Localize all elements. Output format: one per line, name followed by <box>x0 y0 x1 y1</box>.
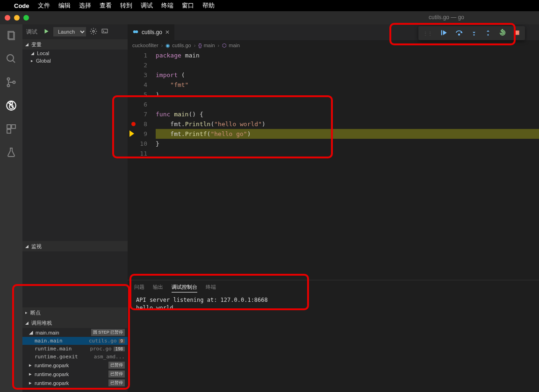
debug-console-output[interactable]: API server listening at: 127.0.0.1:8668 … <box>128 294 539 392</box>
menu-help[interactable]: 帮助 <box>202 1 215 10</box>
menu-window[interactable]: 窗口 <box>182 1 194 10</box>
panel-tab-problems[interactable]: 问题 <box>134 282 144 292</box>
restart-icon[interactable] <box>499 29 506 38</box>
svg-point-6 <box>13 81 15 84</box>
code-editor[interactable]: 1234567891011 package mainimport ( "fmt"… <box>128 50 539 280</box>
callstack-group[interactable]: ▸runtime.gopark已暂停 <box>22 378 128 387</box>
step-out-icon[interactable] <box>485 29 491 38</box>
callstack-title: 调用堆栈 <box>31 320 52 327</box>
variables-header[interactable]: ◢ 变量 <box>22 39 128 50</box>
callstack-frame[interactable]: runtime.goexitasm_amd... <box>22 353 128 361</box>
menu-go[interactable]: 转到 <box>120 1 132 10</box>
thread-name: main.main <box>36 330 59 335</box>
breadcrumb[interactable]: cuckoofilter › ◉ cutils.go › {} main › ⬡… <box>128 40 539 50</box>
debug-label: 调试 <box>26 28 37 36</box>
chevron-down-icon: ◢ <box>25 42 29 47</box>
gear-icon[interactable] <box>90 28 97 36</box>
go-file-icon <box>132 29 139 36</box>
start-debug-icon[interactable] <box>43 28 50 36</box>
stop-icon[interactable] <box>514 29 520 37</box>
svg-rect-22 <box>515 30 519 35</box>
panel-tab-output[interactable]: 输出 <box>153 282 163 292</box>
callstack-thread[interactable]: ◢ main.main 因 STEP 已暂停 <box>22 328 128 337</box>
mac-menubar: Code 文件 编辑 选择 查看 转到 调试 终端 窗口 帮助 <box>0 0 539 11</box>
menu-file[interactable]: 文件 <box>38 1 50 10</box>
tab-label: cutils.go <box>142 29 162 36</box>
panel-tab-terminal[interactable]: 终端 <box>206 282 216 292</box>
step-into-icon[interactable] <box>471 29 477 38</box>
svg-point-5 <box>7 85 10 87</box>
callstack-group[interactable]: ▸runtime.gopark已暂停 <box>22 361 128 370</box>
variables-title: 变量 <box>31 41 42 48</box>
breadcrumb-file[interactable]: ◉ cutils.go <box>165 43 191 49</box>
breadcrumb-symbol[interactable]: ⬡ main <box>222 43 240 49</box>
svg-point-2 <box>7 55 14 61</box>
close-icon[interactable]: ✕ <box>165 29 170 36</box>
tab-cutils[interactable]: cutils.go ✕ <box>128 24 174 40</box>
svg-point-19 <box>459 34 460 35</box>
breadcrumb-folder[interactable]: cuckoofilter <box>132 43 158 48</box>
grip-icon[interactable]: ⋮⋮ <box>423 31 432 36</box>
app-name[interactable]: Code <box>14 2 29 9</box>
menu-terminal[interactable]: 终端 <box>161 1 173 10</box>
var-local[interactable]: ◢ Local <box>22 50 128 57</box>
debug-icon[interactable] <box>5 99 18 112</box>
chevron-down-icon: ◢ <box>29 329 33 335</box>
code-lines[interactable]: package mainimport ( "fmt")func main() {… <box>156 50 539 280</box>
svg-rect-13 <box>7 129 11 133</box>
console-line: API server listening at: 127.0.0.1:8668 <box>136 296 531 304</box>
panel-tabs: 问题 输出 调试控制台 终端 <box>128 280 539 294</box>
svg-rect-18 <box>441 30 442 35</box>
extensions-icon[interactable] <box>5 122 18 135</box>
go-file-icon: ◉ <box>165 43 170 49</box>
function-icon: ⬡ <box>222 43 227 49</box>
callstack-body: ◢ main.main 因 STEP 已暂停 main.maincutils.g… <box>22 328 128 392</box>
thread-status: 因 STEP 已暂停 <box>91 329 125 336</box>
menu-debug[interactable]: 调试 <box>141 1 153 10</box>
debug-floating-toolbar[interactable]: ⋮⋮ <box>418 26 525 40</box>
callstack-group[interactable]: ▸runtime.gopark已暂停 <box>22 370 128 378</box>
beaker-icon[interactable] <box>5 146 18 159</box>
callstack-frame[interactable]: main.maincutils.go9 <box>22 337 128 345</box>
bottom-panel: 问题 输出 调试控制台 终端 API server listening at: … <box>128 280 539 392</box>
svg-point-17 <box>135 30 138 33</box>
menu-select[interactable]: 选择 <box>79 1 91 10</box>
svg-point-21 <box>488 34 489 36</box>
var-local-label: Local <box>37 50 49 56</box>
svg-rect-12 <box>12 125 15 128</box>
debug-console-icon[interactable] <box>101 28 108 36</box>
var-global-label: Global <box>36 58 51 64</box>
svg-point-4 <box>7 78 10 80</box>
chevron-right-icon: ▸ <box>25 310 28 315</box>
editor-area: cutils.go ✕ cuckoofilter › ◉ cutils.go ›… <box>128 24 539 392</box>
callstack-header[interactable]: ◢ 调用堆栈 <box>22 318 128 328</box>
menu-view[interactable]: 查看 <box>100 1 112 10</box>
menu-edit[interactable]: 编辑 <box>58 1 71 10</box>
watch-header[interactable]: ◢ 监视 <box>22 241 128 251</box>
step-over-icon[interactable] <box>455 29 463 38</box>
continue-icon[interactable] <box>440 29 447 38</box>
window-title: cutils.go — go <box>429 14 464 21</box>
svg-point-20 <box>474 34 475 36</box>
explorer-icon[interactable] <box>5 29 18 42</box>
activity-bar <box>0 24 22 392</box>
minimize-window-icon[interactable] <box>14 15 20 21</box>
namespace-icon: {} <box>198 43 201 48</box>
source-control-icon[interactable] <box>5 76 18 89</box>
breakpoints-title: 断点 <box>30 309 41 316</box>
launch-config-select[interactable]: Launch <box>53 27 86 36</box>
var-global[interactable]: ▸ Global <box>22 57 128 64</box>
console-line: hello world <box>136 304 531 312</box>
chevron-down-icon: ◢ <box>25 321 29 325</box>
close-window-icon[interactable] <box>5 15 10 21</box>
breadcrumb-scope[interactable]: {} main <box>198 43 215 48</box>
search-icon[interactable] <box>5 52 18 65</box>
maximize-window-icon[interactable] <box>23 15 29 21</box>
chevron-down-icon: ◢ <box>25 244 29 249</box>
breakpoints-header[interactable]: ▸ 断点 <box>22 307 128 318</box>
gutter[interactable]: 1234567891011 <box>128 50 156 280</box>
panel-tab-debug-console[interactable]: 调试控制台 <box>172 282 197 292</box>
svg-line-3 <box>13 60 15 63</box>
titlebar: cutils.go — go <box>0 11 539 24</box>
callstack-frame[interactable]: runtime.mainproc.go198 <box>22 345 128 353</box>
